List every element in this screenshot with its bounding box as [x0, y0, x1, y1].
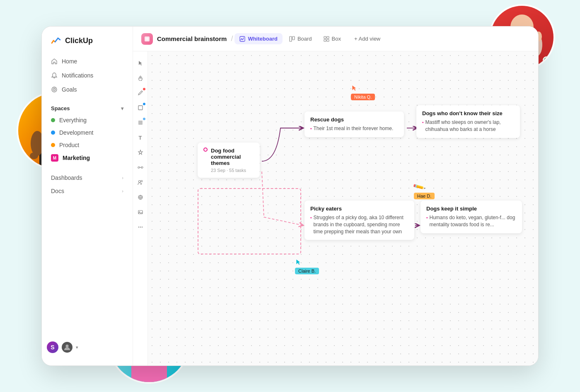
development-dot [51, 131, 55, 135]
card-picky-eaters-title: Picky eaters [310, 206, 408, 212]
sidebar-item-everything[interactable]: Everything [47, 114, 128, 126]
card-center-title: Dog food commercial themes [211, 148, 254, 166]
tool-image[interactable] [134, 206, 147, 219]
sticky-tool-icon [138, 120, 143, 126]
sidebar-item-docs[interactable]: Docs › [47, 184, 128, 198]
card-status-circle [203, 148, 208, 152]
tool-globe[interactable] [134, 191, 147, 204]
user-avatar-2[interactable] [62, 342, 72, 353]
sidebar-item-goals-label: Goals [62, 86, 77, 93]
tool-sticky[interactable] [134, 116, 147, 129]
card-dogs-size[interactable]: Dogs who don't know their size • Mastiff… [416, 105, 520, 138]
tool-shape[interactable] [134, 101, 147, 114]
card-rescue-dogs[interactable]: Rescue dogs • Their 1st meal in their fo… [304, 111, 404, 137]
dashboards-chevron-icon: › [122, 175, 123, 180]
spaces-chevron-icon: ▾ [121, 106, 123, 111]
spaces-section: Spaces ▾ Everything Development Product … [42, 103, 133, 165]
cursor-hae-label: Hae D. [414, 193, 435, 199]
toolbar: T [133, 51, 148, 365]
sidebar-extra-sections: Dashboards › Docs › [42, 171, 133, 198]
svg-point-21 [138, 227, 139, 227]
sidebar-item-home-label: Home [62, 58, 77, 65]
svg-rect-10 [324, 39, 326, 41]
card-dogs-simple-title: Dogs keep it simple [426, 206, 516, 212]
sidebar-item-product-label: Product [59, 142, 79, 148]
sidebar-item-goals[interactable]: Goals [47, 83, 128, 96]
tab-board-label: Board [297, 36, 312, 42]
sticky-tool-dot [143, 118, 145, 120]
magic-tool-icon [138, 150, 143, 155]
pencil-hae-icon: ✏️ [412, 180, 426, 194]
sidebar-item-home[interactable]: Home [47, 55, 128, 68]
whiteboard-tab-icon [239, 36, 245, 42]
spaces-header[interactable]: Spaces ▾ [47, 103, 128, 114]
svg-rect-6 [290, 36, 292, 41]
sidebar-item-development[interactable]: Development [47, 126, 128, 139]
tool-connections[interactable] [134, 161, 147, 174]
header: Commercial brainstorm / Whiteboard [133, 27, 538, 51]
svg-rect-5 [240, 36, 245, 41]
tool-magic[interactable] [134, 146, 147, 159]
card-dogs-simple[interactable]: Dogs keep it simple • Humans do keto, ve… [420, 201, 522, 233]
card-picky-eaters[interactable]: Picky eaters • Struggles of a picky dog,… [304, 201, 414, 240]
svg-rect-9 [327, 36, 329, 39]
card-dog-food-commercial[interactable]: Dog food commercial themes 23 Sep · 55 t… [198, 143, 260, 178]
pencil-tool-dot [143, 88, 145, 90]
project-icon-svg [144, 36, 150, 42]
card-picky-eaters-bullet: • Struggles of a picky dog, aka 10 diffe… [310, 214, 408, 235]
add-view-button[interactable]: + Add view [349, 33, 385, 44]
user-dropdown-arrow[interactable]: ▾ [76, 345, 78, 350]
cursor-claire: Claire B. [295, 259, 302, 267]
svg-point-23 [141, 227, 142, 227]
svg-rect-12 [138, 106, 143, 110]
dashboards-label: Dashboards [51, 174, 82, 181]
tab-whiteboard[interactable]: Whiteboard [234, 33, 283, 44]
project-icon [141, 33, 153, 45]
board-tab-icon [289, 36, 295, 42]
bullet-dot-4-icon: • [426, 215, 428, 228]
box-tab-icon [324, 36, 329, 42]
tool-people[interactable] [134, 176, 147, 189]
bullet-dot-3-icon: • [310, 215, 312, 235]
tool-hand[interactable] [134, 71, 147, 85]
product-dot [51, 143, 55, 147]
tool-text[interactable]: T [134, 131, 147, 144]
cursor-hae: ✏️ Hae D. [414, 182, 424, 192]
tool-pencil[interactable] [134, 86, 147, 99]
svg-rect-19 [138, 211, 143, 214]
sidebar-item-product[interactable]: Product [47, 139, 128, 151]
card-rescue-dogs-bullet: • Their 1st meal in their forever home. [310, 125, 398, 132]
app-container: ClickUp Home Notifications [41, 26, 539, 366]
select-tool-icon [138, 60, 143, 66]
user-avatar-s[interactable]: S [47, 341, 58, 353]
sidebar-item-marketing[interactable]: M Marketing [47, 151, 128, 165]
project-title: Commercial brainstorm [157, 35, 227, 42]
tool-select[interactable] [134, 56, 147, 70]
cursor-claire-icon [295, 259, 302, 265]
docs-label: Docs [51, 188, 64, 194]
tool-more[interactable] [134, 220, 147, 234]
add-view-label: + Add view [354, 36, 380, 42]
spaces-label: Spaces [51, 105, 70, 111]
svg-point-22 [140, 227, 140, 227]
sidebar-item-dashboards[interactable]: Dashboards › [47, 171, 128, 184]
sidebar-user-area: S ▾ [42, 341, 133, 357]
cursor-nikita-icon [351, 85, 358, 91]
sidebar-item-notifications[interactable]: Notifications [47, 69, 128, 82]
people-tool-icon [138, 179, 143, 185]
tab-board[interactable]: Board [284, 33, 317, 44]
clickup-logo-icon [50, 35, 62, 46]
card-dogs-size-title: Dogs who don't know their size [422, 110, 514, 116]
tab-box[interactable]: Box [319, 33, 346, 44]
whiteboard-canvas[interactable]: Dog food commercial themes 23 Sep · 55 t… [148, 51, 538, 365]
card-dogs-size-bullet: • Mastiff who sleeps on owner's lap, chi… [422, 119, 514, 133]
app-name: ClickUp [65, 36, 93, 45]
svg-point-2 [54, 89, 55, 90]
image-tool-icon [138, 209, 143, 215]
view-tabs: Whiteboard Board [234, 33, 385, 44]
header-divider: / [231, 34, 233, 43]
connections-tool-icon [138, 165, 143, 170]
svg-rect-7 [292, 36, 295, 40]
sidebar-item-everything-label: Everything [59, 117, 87, 123]
shape-tool-dot [143, 103, 145, 105]
